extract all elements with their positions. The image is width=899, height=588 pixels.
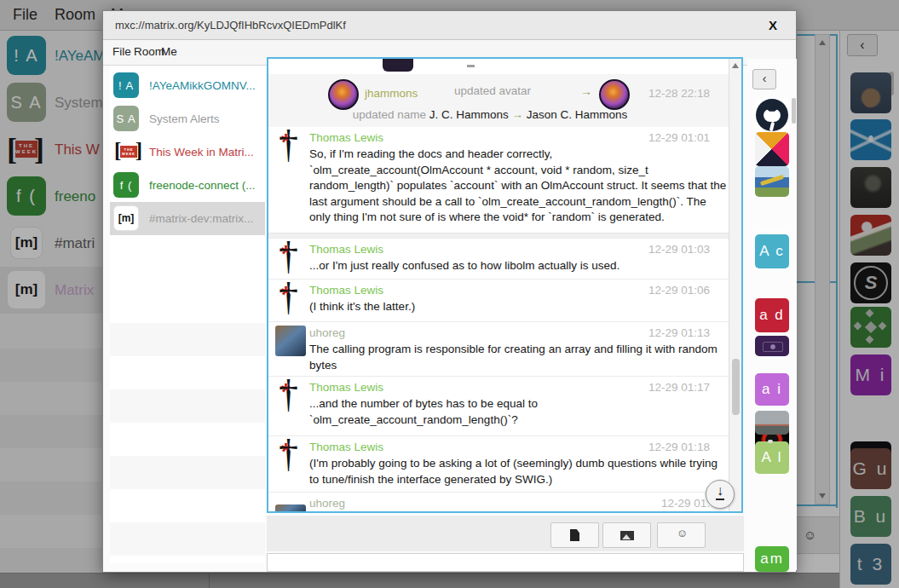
event-timestamp: 12-28 22:18 — [648, 87, 710, 100]
empty-room-rows — [110, 290, 265, 563]
member-avatar-al[interactable]: A l — [755, 441, 789, 474]
message-timestamp: 12-29 01:01 — [648, 131, 710, 144]
member-avatar-banner[interactable] — [755, 336, 789, 356]
smiley-icon: ☺ — [658, 527, 706, 539]
message-text: The calling program is responsible for c… — [309, 342, 729, 373]
event-detail: updated name J. C. Hammons → Jason C. Ha… — [268, 108, 712, 121]
chat-scrollbar[interactable] — [729, 59, 741, 511]
octocat-icon — [756, 99, 788, 131]
scroll-to-bottom-icon: ↓ — [716, 483, 724, 500]
message-timestamp: 12-29 01:06 — [648, 284, 710, 297]
room-avatar: ! A — [113, 72, 139, 98]
partial-text — [467, 65, 475, 67]
attach-image-button[interactable] — [602, 522, 651, 548]
screen: File Room Me ! A !AYeAM S A System [ THE… — [0, 0, 899, 588]
uhoreg-avatar — [275, 504, 306, 513]
close-icon[interactable]: X — [764, 16, 782, 35]
message-sender: Thomas Lewis — [309, 131, 383, 144]
modal-room-list: ! A !AYeAMikkGOMNV... S A System Alerts … — [110, 66, 265, 563]
arrow-right-icon: → — [512, 108, 524, 121]
composer-toolbar: ☺ — [267, 516, 744, 551]
scroll-up-icon[interactable] — [732, 63, 739, 68]
message-text: ...or I'm just really confused as to how… — [309, 258, 729, 274]
message-text: (I think it's the latter.) — [309, 299, 729, 315]
modal-titlebar[interactable]: mxc://matrix.org/KyLDJQfIHbRcvxQIEDmPdlK… — [103, 11, 796, 40]
message-row-partial: uhoreg 12-29 01: — [268, 492, 729, 513]
message-timestamp: 12-29 01:03 — [648, 243, 710, 256]
room-freenode[interactable]: f ( freenode-connect (... — [110, 169, 265, 202]
room-twim[interactable]: [ THEWEEK ] This Week in Matri... — [110, 135, 265, 169]
room-avatar: S A — [113, 106, 139, 131]
member-avatar-landscape[interactable] — [755, 411, 789, 435]
message-sender: Thomas Lewis — [309, 441, 383, 453]
message-timestamp: 12-29 01:17 — [648, 381, 710, 394]
image-viewer-modal: mxc://matrix.org/KyLDJQfIHbRcvxQIEDmPdlK… — [102, 10, 797, 573]
member-avatar-ad[interactable]: a d — [755, 298, 789, 332]
old-display-name: J. C. Hammons — [429, 108, 509, 121]
message-sender: uhoreg — [309, 497, 345, 510]
event-sender: jhammons — [365, 87, 418, 100]
thomas-lewis-cross-avatar: *† — [275, 380, 304, 421]
chat-scrollbar-thumb[interactable] — [732, 359, 740, 415]
message-text: So, if I'm reading the docs and header c… — [309, 147, 729, 226]
state-event-row: jhammons updated avatar → 12-28 22:18 up… — [268, 74, 729, 127]
message-text: (I'm probably going to be asking a lot o… — [309, 456, 729, 487]
jhammons-new-avatar — [599, 79, 630, 110]
room-name: !AYeAMikkGOMNV... — [149, 69, 263, 102]
message-row: *† Thomas Lewis 12-29 01:06 (I think it'… — [268, 279, 729, 318]
members-scrollbar-thumb[interactable] — [792, 98, 796, 124]
scroll-to-bottom-button[interactable]: ↓ — [706, 480, 735, 509]
member-avatar-am[interactable]: am — [755, 546, 789, 572]
message-timestamp: 12-29 01:13 — [648, 326, 710, 339]
room-ayeam[interactable]: ! A !AYeAMikkGOMNV... — [110, 69, 265, 102]
member-avatar-github-octocat[interactable] — [755, 98, 789, 132]
room-name: #matrix-dev:matrix... — [149, 202, 263, 235]
member-avatar-ai[interactable]: a i — [755, 373, 789, 406]
thomas-lewis-cross-avatar: *† — [275, 130, 304, 171]
member-avatar-biplane[interactable] — [755, 166, 789, 197]
modal-title: mxc://matrix.org/KyLDJQfIHbRcvxQIEDmPdlK… — [115, 11, 346, 40]
message-input[interactable] — [267, 553, 744, 572]
modal-menu-file[interactable]: File — [112, 45, 131, 58]
message-timestamp: 12-29 01:18 — [648, 441, 710, 453]
matrix-logo-icon: [m] — [113, 205, 139, 231]
message-row: *† Thomas Lewis 12-29 01:01 So, if I'm r… — [268, 127, 729, 234]
room-matrix-dev-selected[interactable]: [m] #matrix-dev:matrix... — [110, 202, 265, 235]
chat-timeline: jhammons updated avatar → 12-28 22:18 up… — [267, 57, 743, 513]
room-system-alerts[interactable]: S A System Alerts — [110, 102, 265, 135]
message-sender: Thomas Lewis — [309, 243, 383, 256]
bracket: ] — [135, 139, 143, 163]
message-text: ...and the number of bytes has to be equ… — [309, 396, 729, 428]
room-name: freenode-connect (... — [149, 169, 263, 202]
member-avatar-quilt[interactable] — [755, 132, 789, 166]
image-icon — [620, 531, 634, 540]
room-avatar: f ( — [113, 172, 139, 198]
modal-menu-room[interactable]: Room — [134, 45, 164, 58]
twim-logo-icon: [ THEWEEK ] — [116, 139, 141, 164]
collapse-members-button[interactable]: ‹ — [752, 69, 776, 89]
uhoreg-avatar — [275, 326, 306, 356]
message-row: *† Thomas Lewis 12-29 01:03 ...or I'm ju… — [268, 238, 729, 277]
new-display-name: Jason C. Hammons — [527, 108, 628, 121]
emoji-button[interactable]: ☺ — [657, 522, 706, 548]
event-action: updated avatar — [454, 84, 531, 97]
jhammons-avatar — [328, 79, 359, 110]
message-timestamp: 12-29 01: — [661, 497, 710, 510]
message-row: *† Thomas Lewis 12-29 01:17 ...and the n… — [268, 376, 729, 432]
attach-file-button[interactable] — [550, 522, 599, 548]
partial-message-row — [268, 59, 729, 74]
message-row: uhoreg 12-29 01:13 The calling program i… — [268, 321, 729, 372]
partial-avatar — [383, 59, 413, 72]
document-icon — [570, 529, 579, 541]
room-name: This Week in Matri... — [149, 135, 263, 169]
message-sender: Thomas Lewis — [309, 284, 383, 297]
thomas-lewis-cross-avatar: *† — [275, 283, 304, 324]
member-avatar-ac[interactable]: A c — [755, 234, 789, 268]
message-row: *† Thomas Lewis 12-29 01:18 (I'm probabl… — [268, 435, 729, 490]
modal-member-strip: ‹ A c a d a i A l am — [747, 59, 797, 570]
message-sender: uhoreg — [309, 326, 345, 339]
arrow-right-icon: → — [580, 84, 592, 98]
modal-menu-me[interactable]: Me — [161, 45, 177, 58]
thomas-lewis-cross-avatar: *† — [275, 440, 304, 481]
message-sender: Thomas Lewis — [309, 381, 383, 394]
